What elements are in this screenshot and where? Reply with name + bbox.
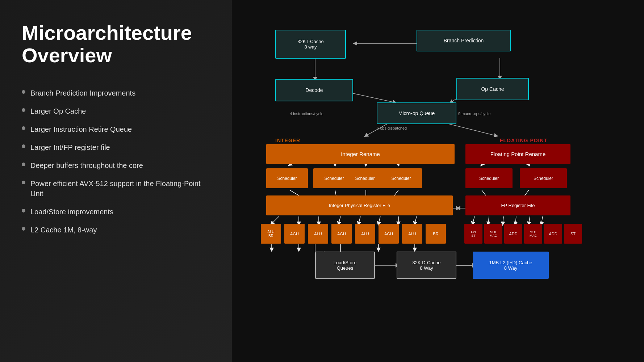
bullet-text: L2 Cache 1M, 8-way [30, 225, 97, 235]
fp-label: FLOATING POINT [500, 138, 547, 143]
annotation-9macro: 9 macro-ops/cycle [458, 111, 490, 116]
svg-line-25 [339, 216, 340, 224]
bullet-text: Larger Instruction Retire Queue [30, 124, 132, 134]
integer-rename-box: Integer Rename [266, 144, 455, 164]
op-cache-label: Op Cache [481, 86, 504, 92]
bullet-text: Deeper buffers throughout the core [30, 160, 143, 171]
l2cache-box: 1MB L2 (I+D) Cache 8 Way [473, 252, 549, 279]
int-unit-alu-1: ALU [308, 224, 328, 244]
fp-reg-file-box: FP Register File [465, 195, 570, 215]
bullet-text: Power efficient AVX-512 support in the F… [30, 178, 214, 199]
int-scheduler-3: Scheduler [344, 168, 386, 188]
svg-line-33 [515, 216, 516, 224]
left-panel: Microarchitecture Overview Branch Predic… [0, 0, 232, 362]
svg-line-29 [415, 216, 417, 224]
bullet-item: Larger Int/FP register file [22, 142, 214, 152]
int-scheduler-1: Scheduler [266, 168, 308, 188]
bullet-dot [22, 108, 25, 112]
load-store-box: Load/Store Queues [315, 252, 375, 279]
icache-label: 32K I-Cache 8 way [297, 39, 323, 50]
main-title: Microarchitecture Overview [22, 22, 214, 66]
bullet-item: Larger Op Cache [22, 106, 214, 116]
fp-unit-mul-mac-2: MULMAC [524, 224, 542, 244]
fp-rename-box: Floating Point Rename [465, 144, 570, 164]
micro-op-queue-label: Micro-op Queue [398, 110, 435, 116]
decode-box: Decode [275, 79, 353, 101]
svg-line-31 [488, 216, 489, 224]
load-store-label: Load/Store Queues [334, 260, 357, 271]
svg-line-30 [473, 216, 474, 224]
int-unit-agu-2: AGU [331, 224, 352, 244]
icache-box: 32K I-Cache 8 way [275, 30, 346, 59]
svg-line-34 [529, 216, 530, 224]
branch-prediction-box: Branch Prediction [417, 30, 511, 51]
svg-line-26 [359, 216, 360, 224]
int-unit-agu-3: AGU [379, 224, 399, 244]
decode-label: Decode [305, 87, 323, 93]
diagram: 32K I-Cache 8 way Branch Prediction Deco… [243, 14, 633, 348]
fp-reg-file-label: FP Register File [501, 203, 535, 208]
int-reg-file-label: Integer Physical Register File [329, 203, 390, 208]
dcache-label: 32K D-Cache 8 Way [412, 260, 440, 271]
annotation-6ops: 6 ops dispatched [377, 126, 407, 130]
bullet-dot [22, 209, 25, 212]
dcache-box: 32K D-Cache 8 Way [397, 252, 456, 279]
bullet-text: Load/Store improvements [30, 207, 113, 217]
integer-label: INTEGER [275, 138, 300, 143]
int-unit-alu-2: ALU [355, 224, 375, 244]
bullet-dot [22, 163, 25, 166]
bullet-item: Branch Prediction Improvements [22, 88, 214, 98]
bullet-dot [22, 181, 25, 184]
int-reg-file-box: Integer Physical Register File [266, 195, 453, 215]
l2cache-label: 1MB L2 (I+D) Cache 8 Way [489, 260, 532, 271]
annotation-4ins: 4 instructions/cycle [290, 111, 323, 116]
bullet-item: L2 Cache 1M, 8-way [22, 225, 214, 235]
fp-unit-mul-mac-1: MULMAC [484, 224, 502, 244]
fp-unit-add-2: ADD [544, 224, 562, 244]
fp-unit-f2i-st: F2IST [464, 224, 482, 244]
bullet-dot [22, 144, 25, 148]
bullet-dot [22, 227, 25, 231]
bullet-text: Branch Prediction Improvements [30, 88, 135, 98]
bullet-item: Larger Instruction Retire Queue [22, 124, 214, 134]
bullet-text: Larger Int/FP register file [30, 142, 110, 152]
bullet-list: Branch Prediction ImprovementsLarger Op … [22, 88, 214, 235]
int-unit-alu-3: ALU [402, 224, 422, 244]
op-cache-box: Op Cache [456, 78, 529, 100]
bullet-item: Deeper buffers throughout the core [22, 160, 214, 171]
svg-line-32 [503, 216, 503, 224]
fp-unit-add-1: ADD [504, 224, 522, 244]
integer-rename-label: Integer Rename [341, 151, 380, 157]
bullet-dot [22, 90, 25, 94]
branch-prediction-label: Branch Prediction [444, 38, 484, 43]
micro-op-queue-box: Micro-op Queue [377, 102, 456, 124]
svg-line-35 [541, 216, 543, 224]
svg-line-27 [379, 216, 380, 224]
bullet-text: Larger Op Cache [30, 106, 86, 116]
int-scheduler-4: Scheduler [380, 168, 422, 188]
int-unit-br: BR [426, 224, 446, 244]
right-panel: 32K I-Cache 8 way Branch Prediction Deco… [232, 0, 644, 362]
fp-rename-label: Floating Point Rename [490, 151, 546, 157]
svg-line-6 [353, 93, 395, 102]
bullet-item: Load/Store improvements [22, 207, 214, 217]
fp-scheduler-2: Scheduler [520, 168, 567, 188]
int-unit-agu-1: AGU [284, 224, 305, 244]
bullet-dot [22, 126, 25, 130]
svg-line-22 [272, 216, 279, 224]
bullet-item: Power efficient AVX-512 support in the F… [22, 178, 214, 199]
int-unit-alu-br: ALUBR [261, 224, 281, 244]
fp-scheduler-1: Scheduler [465, 168, 513, 188]
fp-unit-st: ST [564, 224, 582, 244]
